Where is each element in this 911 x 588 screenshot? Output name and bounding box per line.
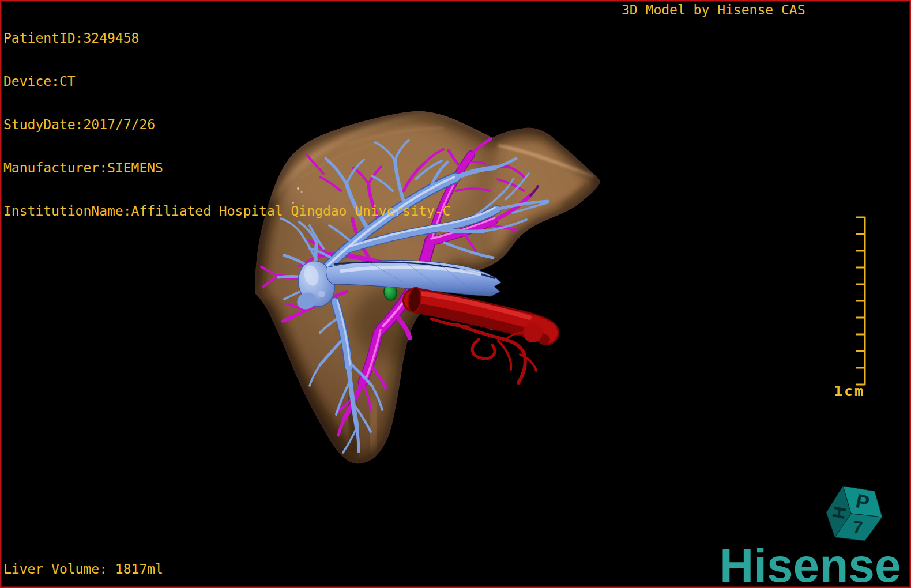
device-text: Device:CT xyxy=(3,74,450,89)
hepatic-artery xyxy=(406,287,547,383)
patient-info-block: PatientID:3249458 Device:CT StudyDate:20… xyxy=(3,2,450,247)
institution-text: InstitutionName:Affiliated Hospital Qing… xyxy=(3,204,450,218)
study-date-text: StudyDate:2017/7/26 xyxy=(3,118,450,132)
orientation-cube[interactable]: P H 7 xyxy=(826,486,882,541)
scale-bar xyxy=(856,217,865,385)
manufacturer-text: Manufacturer:SIEMENS xyxy=(3,161,450,175)
watermark-title: 3D Model by Hisense CAS xyxy=(622,3,805,17)
liver-volume-text: Liver Volume: 1817ml xyxy=(3,562,163,576)
patient-id-text: PatientID:3249458 xyxy=(3,31,450,46)
scale-bar-label: 1cm xyxy=(834,384,865,398)
cube-face-label-7: 7 xyxy=(852,517,864,537)
viewer-window: P H 7 PatientID:3249458 Device:CT StudyD… xyxy=(0,0,911,588)
hisense-logo: Hisense xyxy=(720,542,901,588)
